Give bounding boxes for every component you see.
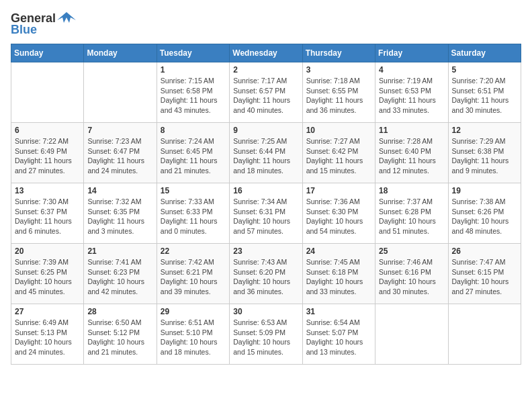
day-sunrise: Sunrise: 7:15 AMSunset: 6:58 PMDaylight:… — [161, 77, 218, 114]
logo-blue-text: Blue — [11, 23, 37, 37]
calendar-cell: 30 Sunrise: 6:53 AMSunset: 5:09 PMDaylig… — [230, 304, 302, 365]
calendar-cell: 12 Sunrise: 7:29 AMSunset: 6:38 PMDaylig… — [448, 123, 521, 183]
day-sunrise: Sunrise: 7:24 AMSunset: 6:45 PMDaylight:… — [161, 137, 218, 175]
day-number: 22 — [161, 246, 226, 256]
day-sunrise: Sunrise: 7:34 AMSunset: 6:31 PMDaylight:… — [233, 197, 290, 235]
day-number: 19 — [452, 186, 517, 195]
weekday-header-saturday: Saturday — [448, 44, 521, 62]
calendar-body: 1 Sunrise: 7:15 AMSunset: 6:58 PMDayligh… — [11, 62, 521, 365]
day-sunrise: Sunrise: 7:47 AMSunset: 6:15 PMDaylight:… — [452, 258, 509, 295]
day-number: 8 — [161, 126, 226, 135]
weekday-header-monday: Monday — [84, 44, 157, 62]
day-sunrise: Sunrise: 7:30 AMSunset: 6:37 PMDaylight:… — [15, 197, 72, 235]
weekday-header-sunday: Sunday — [11, 44, 84, 62]
calendar-cell: 13 Sunrise: 7:30 AMSunset: 6:37 PMDaylig… — [11, 183, 84, 244]
day-sunrise: Sunrise: 7:36 AMSunset: 6:30 PMDaylight:… — [306, 197, 363, 235]
day-sunrise: Sunrise: 7:43 AMSunset: 6:20 PMDaylight:… — [233, 258, 290, 295]
calendar-cell: 27 Sunrise: 6:49 AMSunset: 5:13 PMDaylig… — [11, 304, 84, 365]
day-sunrise: Sunrise: 7:39 AMSunset: 6:25 PMDaylight:… — [15, 258, 72, 295]
day-number: 30 — [233, 307, 298, 316]
day-sunrise: Sunrise: 6:49 AMSunset: 5:13 PMDaylight:… — [15, 318, 72, 356]
logo-bird-icon — [57, 11, 76, 26]
day-number: 14 — [87, 186, 152, 195]
day-number: 13 — [15, 186, 80, 195]
day-number: 23 — [233, 246, 298, 256]
day-sunrise: Sunrise: 6:54 AMSunset: 5:07 PMDaylight:… — [306, 318, 363, 356]
calendar-cell: 6 Sunrise: 7:22 AMSunset: 6:49 PMDayligh… — [11, 123, 84, 183]
calendar-cell: 2 Sunrise: 7:17 AMSunset: 6:57 PMDayligh… — [230, 62, 302, 123]
weekday-header-tuesday: Tuesday — [157, 44, 229, 62]
calendar-cell: 11 Sunrise: 7:28 AMSunset: 6:40 PMDaylig… — [375, 123, 448, 183]
day-number: 5 — [452, 65, 517, 75]
calendar-cell: 10 Sunrise: 7:27 AMSunset: 6:42 PMDaylig… — [302, 123, 375, 183]
day-sunrise: Sunrise: 7:45 AMSunset: 6:18 PMDaylight:… — [306, 258, 363, 295]
day-number: 21 — [87, 246, 152, 256]
day-number: 6 — [15, 126, 80, 135]
calendar-cell: 18 Sunrise: 7:37 AMSunset: 6:28 PMDaylig… — [375, 183, 448, 244]
calendar-cell: 22 Sunrise: 7:42 AMSunset: 6:21 PMDaylig… — [157, 244, 229, 304]
calendar-cell: 15 Sunrise: 7:33 AMSunset: 6:33 PMDaylig… — [157, 183, 229, 244]
day-number: 24 — [306, 246, 371, 256]
weekday-header-thursday: Thursday — [302, 44, 375, 62]
day-sunrise: Sunrise: 7:22 AMSunset: 6:49 PMDaylight:… — [15, 137, 72, 175]
calendar-cell: 31 Sunrise: 6:54 AMSunset: 5:07 PMDaylig… — [302, 304, 375, 365]
calendar-cell: 8 Sunrise: 7:24 AMSunset: 6:45 PMDayligh… — [157, 123, 229, 183]
day-number: 18 — [379, 186, 444, 195]
weekday-header-row: SundayMondayTuesdayWednesdayThursdayFrid… — [11, 44, 521, 62]
day-number: 20 — [15, 246, 80, 256]
calendar-week-row: 13 Sunrise: 7:30 AMSunset: 6:37 PMDaylig… — [11, 183, 521, 244]
day-sunrise: Sunrise: 7:19 AMSunset: 6:53 PMDaylight:… — [379, 77, 436, 114]
calendar-cell: 17 Sunrise: 7:36 AMSunset: 6:30 PMDaylig… — [302, 183, 375, 244]
day-number: 15 — [161, 186, 226, 195]
day-number: 16 — [233, 186, 298, 195]
calendar-cell: 1 Sunrise: 7:15 AMSunset: 6:58 PMDayligh… — [157, 62, 229, 123]
day-number: 25 — [379, 246, 444, 256]
day-number: 27 — [15, 307, 80, 316]
calendar-cell: 16 Sunrise: 7:34 AMSunset: 6:31 PMDaylig… — [230, 183, 302, 244]
day-sunrise: Sunrise: 7:41 AMSunset: 6:23 PMDaylight:… — [87, 258, 144, 295]
weekday-header-friday: Friday — [375, 44, 448, 62]
weekday-header-wednesday: Wednesday — [230, 44, 302, 62]
calendar-cell: 29 Sunrise: 6:51 AMSunset: 5:10 PMDaylig… — [157, 304, 229, 365]
calendar-cell: 24 Sunrise: 7:45 AMSunset: 6:18 PMDaylig… — [302, 244, 375, 304]
calendar-cell: 20 Sunrise: 7:39 AMSunset: 6:25 PMDaylig… — [11, 244, 84, 304]
day-sunrise: Sunrise: 6:53 AMSunset: 5:09 PMDaylight:… — [233, 318, 290, 356]
logo: General Blue — [11, 11, 76, 37]
day-number: 26 — [452, 246, 517, 256]
day-sunrise: Sunrise: 7:38 AMSunset: 6:26 PMDaylight:… — [452, 197, 509, 235]
day-number: 2 — [233, 65, 298, 75]
calendar-week-row: 20 Sunrise: 7:39 AMSunset: 6:25 PMDaylig… — [11, 244, 521, 304]
calendar-cell — [375, 304, 448, 365]
calendar-week-row: 27 Sunrise: 6:49 AMSunset: 5:13 PMDaylig… — [11, 304, 521, 365]
day-sunrise: Sunrise: 7:25 AMSunset: 6:44 PMDaylight:… — [233, 137, 290, 175]
day-sunrise: Sunrise: 7:42 AMSunset: 6:21 PMDaylight:… — [161, 258, 218, 295]
day-sunrise: Sunrise: 7:18 AMSunset: 6:55 PMDaylight:… — [306, 77, 363, 114]
day-sunrise: Sunrise: 7:37 AMSunset: 6:28 PMDaylight:… — [379, 197, 436, 235]
calendar-cell: 28 Sunrise: 6:50 AMSunset: 5:12 PMDaylig… — [84, 304, 157, 365]
calendar-week-row: 6 Sunrise: 7:22 AMSunset: 6:49 PMDayligh… — [11, 123, 521, 183]
day-sunrise: Sunrise: 6:51 AMSunset: 5:10 PMDaylight:… — [161, 318, 218, 356]
calendar-cell — [84, 62, 157, 123]
day-number: 11 — [379, 126, 444, 135]
calendar-cell: 21 Sunrise: 7:41 AMSunset: 6:23 PMDaylig… — [84, 244, 157, 304]
day-sunrise: Sunrise: 7:29 AMSunset: 6:38 PMDaylight:… — [452, 137, 509, 175]
calendar-header: SundayMondayTuesdayWednesdayThursdayFrid… — [11, 44, 521, 62]
page-header: General Blue — [11, 11, 521, 37]
day-sunrise: Sunrise: 7:27 AMSunset: 6:42 PMDaylight:… — [306, 137, 363, 175]
calendar-cell: 26 Sunrise: 7:47 AMSunset: 6:15 PMDaylig… — [448, 244, 521, 304]
day-sunrise: Sunrise: 7:28 AMSunset: 6:40 PMDaylight:… — [379, 137, 436, 175]
calendar-week-row: 1 Sunrise: 7:15 AMSunset: 6:58 PMDayligh… — [11, 62, 521, 123]
calendar-table: SundayMondayTuesdayWednesdayThursdayFrid… — [11, 44, 521, 365]
day-sunrise: Sunrise: 7:17 AMSunset: 6:57 PMDaylight:… — [233, 77, 290, 114]
day-sunrise: Sunrise: 6:50 AMSunset: 5:12 PMDaylight:… — [87, 318, 144, 356]
calendar-cell — [448, 304, 521, 365]
day-number: 7 — [87, 126, 152, 135]
day-number: 29 — [161, 307, 226, 316]
day-number: 4 — [379, 65, 444, 75]
day-sunrise: Sunrise: 7:20 AMSunset: 6:51 PMDaylight:… — [452, 77, 509, 114]
svg-marker-0 — [57, 12, 76, 23]
day-number: 10 — [306, 126, 371, 135]
day-sunrise: Sunrise: 7:46 AMSunset: 6:16 PMDaylight:… — [379, 258, 436, 295]
calendar-cell: 3 Sunrise: 7:18 AMSunset: 6:55 PMDayligh… — [302, 62, 375, 123]
day-number: 12 — [452, 126, 517, 135]
